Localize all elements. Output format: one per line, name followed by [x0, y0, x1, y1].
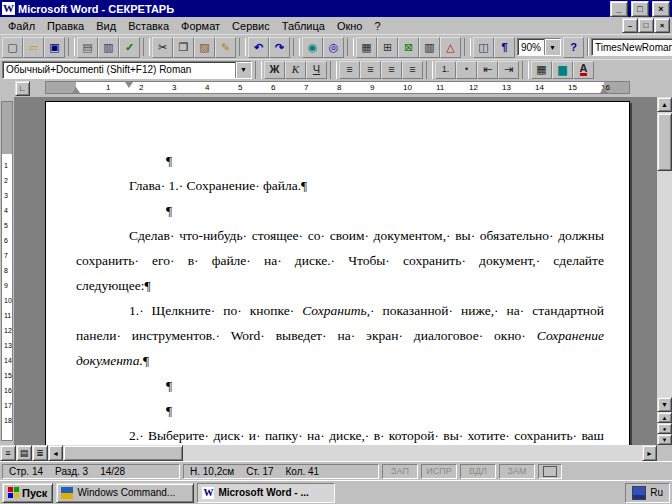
align-justify-button[interactable]: ≡ — [402, 61, 423, 79]
document-minimize-button[interactable]: – — [622, 18, 638, 33]
ruler-number: 9 — [4, 282, 8, 289]
show-formatting-button[interactable]: ¶ — [494, 37, 515, 58]
bullets-icon: • — [465, 64, 468, 75]
bullets-button[interactable]: • — [456, 61, 477, 79]
start-button[interactable]: Пуск — [2, 483, 53, 503]
open-icon: ▱ — [29, 42, 37, 53]
taskbar-task-1[interactable]: Windows Command... — [56, 483, 194, 503]
columns-button[interactable]: ▥ — [419, 37, 440, 58]
start-button-label: Пуск — [22, 487, 47, 499]
taskbar-task-2[interactable]: WMicrosoft Word - ... — [197, 483, 335, 503]
align-right-button[interactable]: ≡ — [381, 61, 402, 79]
scroll-right-button[interactable]: ► — [642, 445, 657, 461]
word-app-icon: W — [2, 2, 15, 15]
maximize-button[interactable]: □ — [631, 1, 649, 17]
close-button[interactable]: × — [652, 1, 670, 17]
font-combobox[interactable]: TimesNewRomanCY ▼ — [591, 38, 672, 56]
menu-item-2[interactable]: Правка — [41, 19, 90, 33]
menu-item-7[interactable]: Таблица — [276, 19, 331, 33]
highlight-button[interactable]: ▆ — [552, 61, 573, 79]
scroll-left-button[interactable]: ◄ — [48, 445, 63, 461]
minimize-button[interactable]: _ — [610, 1, 628, 17]
menu-item-5[interactable]: Формат — [175, 19, 226, 33]
horizontal-ruler[interactable]: ∟ 12345678910111213141516 — [0, 79, 672, 97]
tray-display-icon[interactable] — [632, 486, 646, 500]
document-restore-button[interactable]: □ — [638, 18, 654, 33]
underline-button[interactable]: Ч — [306, 61, 327, 79]
document-page[interactable]: ¶Глава· 1.· Сохранение· файла.¶¶Сделав· … — [45, 101, 630, 461]
status-indicator-зап[interactable]: ЗАП — [382, 464, 418, 479]
align-left-button[interactable]: ≡ — [339, 61, 360, 79]
status-indicator-вдл[interactable]: ВДЛ — [460, 464, 496, 479]
menu-item-9[interactable]: ? — [368, 19, 386, 33]
ruler-number: 12 — [4, 327, 12, 334]
borders-button[interactable]: ▦ — [531, 61, 552, 79]
copy-button[interactable]: ❐ — [173, 37, 194, 58]
open-button[interactable]: ▱ — [23, 37, 44, 58]
style-combobox[interactable]: Обычный+Documenti (Shift+F12) Roman ▼ — [2, 61, 252, 79]
document-close-button[interactable]: × — [654, 18, 670, 33]
cut-button[interactable]: ✂ — [152, 37, 173, 58]
undo-button[interactable]: ↶ — [248, 37, 269, 58]
align-center-button[interactable]: ≡ — [360, 61, 381, 79]
menu-item-3[interactable]: Вид — [90, 19, 122, 33]
first-line-indent-marker[interactable] — [125, 82, 133, 88]
select-browse-object-button[interactable]: ● — [657, 423, 672, 434]
new-document-button[interactable]: ▢ — [2, 37, 23, 58]
vertical-ruler[interactable]: 123456789101112131415161718 — [0, 97, 14, 445]
tables-borders-button[interactable]: ▦ — [356, 37, 377, 58]
decrease-indent-button[interactable]: ⇤ — [477, 61, 498, 79]
print-button[interactable]: ▤ — [77, 37, 98, 58]
previous-page-button[interactable]: ▲ — [657, 412, 672, 423]
next-page-button[interactable]: ▼ — [657, 434, 672, 445]
spelling-button[interactable]: ✓ — [119, 37, 140, 58]
drawing-button[interactable]: △ — [440, 37, 461, 58]
insert-excel-table-button[interactable]: ⊠ — [398, 37, 419, 58]
status-indicator-зам[interactable]: ЗАМ — [499, 464, 535, 479]
increase-indent-button[interactable]: ⇥ — [498, 61, 519, 79]
numbering-button[interactable]: 1. — [435, 61, 456, 79]
redo-button[interactable]: ↷ — [269, 37, 290, 58]
vertical-scrollbar-thumb[interactable] — [657, 113, 672, 171]
page-layout-view-button[interactable]: ▤ — [16, 445, 32, 461]
zoom-combobox[interactable]: 90% ▼ — [517, 38, 561, 56]
menu-item-6[interactable]: Сервис — [226, 19, 276, 33]
format-painter-button[interactable]: ✎ — [215, 37, 236, 58]
outline-view-button[interactable]: ≣ — [32, 445, 48, 461]
insert-hyperlink-button[interactable]: ◉ — [302, 37, 323, 58]
right-indent-marker[interactable] — [600, 87, 608, 93]
toolbar-separator — [143, 38, 150, 56]
paste-button[interactable]: ▨ — [194, 37, 215, 58]
normal-view-button[interactable]: ≡ — [0, 445, 16, 461]
chevron-down-icon[interactable]: ▼ — [235, 62, 251, 78]
horizontal-scroll-track[interactable] — [63, 445, 642, 461]
chevron-down-icon[interactable]: ▼ — [544, 39, 560, 55]
save-button[interactable]: ▣ — [44, 37, 65, 58]
horizontal-scrollbar[interactable]: ≡ ▤ ≣ ◄ ► — [0, 445, 657, 461]
bold-button[interactable]: Ж — [264, 61, 285, 79]
insert-table-button[interactable]: ⊞ — [377, 37, 398, 58]
vertical-scrollbar[interactable]: ▲ ▼ ▲ ● ▼ — [657, 97, 672, 445]
left-indent-marker[interactable] — [72, 87, 80, 93]
tab-selector-button[interactable]: ∟ — [15, 81, 30, 96]
document-map-button[interactable]: ◫ — [473, 37, 494, 58]
font-color-button[interactable]: А — [573, 61, 594, 79]
web-toolbar-button[interactable]: ◎ — [323, 37, 344, 58]
menu-item-8[interactable]: Окно — [331, 19, 369, 33]
ruler-number: 10 — [403, 83, 412, 92]
scroll-down-button[interactable]: ▼ — [657, 397, 672, 412]
italic-button[interactable]: К — [285, 61, 306, 79]
scroll-up-button[interactable]: ▲ — [657, 97, 672, 112]
office-assistant-button[interactable]: ? — [563, 37, 584, 58]
menu-item-1[interactable]: Файл — [2, 19, 41, 33]
horizontal-scrollbar-thumb[interactable] — [63, 445, 183, 461]
keyboard-language-indicator[interactable]: Ru — [650, 487, 663, 498]
vertical-ruler-strip: 123456789101112131415161718 — [1, 101, 13, 441]
document-area: 123456789101112131415161718 ¶Глава· 1.· … — [0, 97, 672, 461]
print-preview-button[interactable]: ▥ — [98, 37, 119, 58]
spelling-icon: ✓ — [125, 42, 134, 53]
show-formatting-icon: ¶ — [501, 42, 507, 53]
status-indicator-испр[interactable]: ИСПР — [421, 464, 457, 479]
menu-item-4[interactable]: Вставка — [122, 19, 175, 33]
print-icon: ▤ — [82, 42, 92, 53]
